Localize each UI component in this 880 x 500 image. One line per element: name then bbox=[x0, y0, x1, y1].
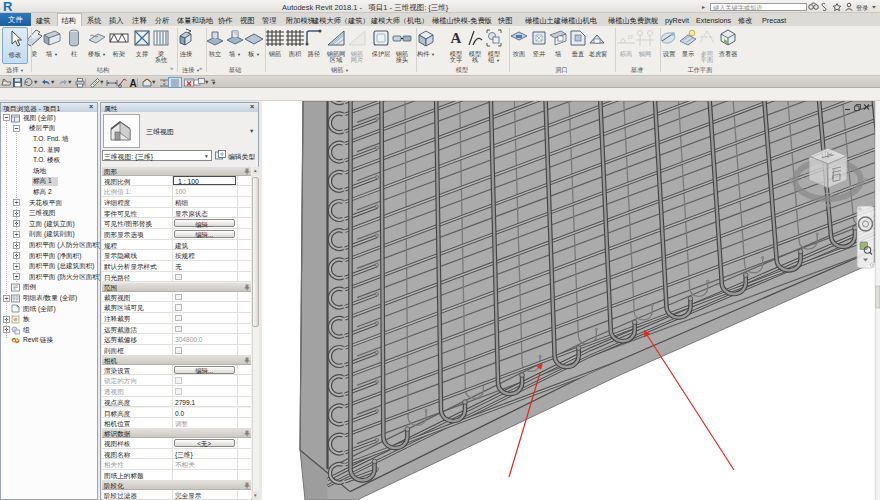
svg-text:A: A bbox=[129, 78, 136, 89]
svg-text:A: A bbox=[451, 30, 462, 46]
svg-text:登录: 登录 bbox=[856, 4, 868, 12]
